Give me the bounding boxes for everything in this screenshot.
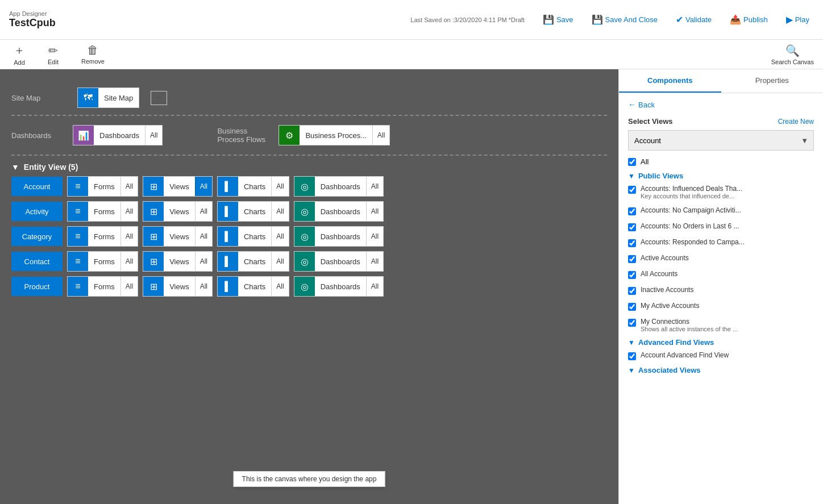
view-checkbox[interactable] [628,255,636,263]
view-checkbox[interactable] [628,271,636,279]
forms-label: Forms [88,232,120,241]
entity-contact-button[interactable]: Contact [11,252,63,271]
associated-views-label: Associated Views [638,366,701,374]
charts-all[interactable]: All [271,177,288,196]
save-close-button[interactable]: 💾 Save And Close [587,12,663,27]
entity-account-dashboards-component[interactable]: ◎DashboardsAll [294,176,384,197]
dashboards-all[interactable]: All [366,277,383,296]
remove-button[interactable]: 🗑 Remove [77,41,109,67]
entity-view-chevron[interactable]: ▼ [11,163,19,172]
entity-account-charts-component[interactable]: ▌ChartsAll [217,176,289,197]
entity-contact-views-component[interactable]: ⊞ViewsAll [143,251,213,272]
site-map-edit-button[interactable]: ✏ [151,91,167,105]
dashboards-bpf-row: Dashboards 📊 Dashboards All Business Pro… [11,116,607,156]
charts-label: Charts [238,207,271,216]
forms-all[interactable]: All [120,177,138,196]
all-checkbox[interactable] [628,158,636,166]
view-checkbox[interactable] [628,287,636,295]
forms-all[interactable]: All [120,252,138,271]
associated-views-header[interactable]: ▼ Associated Views [628,366,814,374]
view-checkbox[interactable] [628,352,636,360]
view-checkbox[interactable] [628,303,636,311]
back-button[interactable]: ← Back [628,100,655,109]
forms-icon: ≡ [68,202,88,221]
dashboards-all[interactable]: All [145,126,162,145]
bpf-all[interactable]: All [372,126,389,145]
public-views-header[interactable]: ▼ Public Views [628,172,814,180]
entity-category-button[interactable]: Category [11,227,63,246]
entity-contact-charts-component[interactable]: ▌ChartsAll [217,251,289,272]
validate-button[interactable]: ✔ Validate [671,12,716,27]
account-dropdown[interactable]: Account Activity Category Contact Produc… [628,130,814,151]
entity-product-charts-component[interactable]: ▌ChartsAll [217,276,289,297]
forms-all[interactable]: All [120,277,138,296]
entity-category-views-component[interactable]: ⊞ViewsAll [143,226,213,247]
entity-product-forms-component[interactable]: ≡FormsAll [67,276,138,297]
view-checkbox[interactable] [628,319,636,327]
entity-product-views-component[interactable]: ⊞ViewsAll [143,276,213,297]
tab-components[interactable]: Components [619,69,721,93]
entity-contact-forms-component[interactable]: ≡FormsAll [67,251,138,272]
forms-all[interactable]: All [120,227,138,246]
tab-properties[interactable]: Properties [721,69,824,93]
search-icon: 🔍 [785,44,800,57]
entity-view-header: ▼ Entity View (5) [11,156,607,176]
dashboards-label: Dashboards [11,131,68,140]
search-canvas-area[interactable]: 🔍 Search Canvas [771,44,814,65]
views-icon: ⊞ [143,227,164,246]
entity-components: ≡FormsAll⊞ViewsAll▌ChartsAll◎DashboardsA… [67,251,384,272]
dashboards-all[interactable]: All [366,252,383,271]
view-checkbox[interactable] [628,186,636,194]
entity-category-dashboards-component[interactable]: ◎DashboardsAll [294,226,384,247]
dashboards-all[interactable]: All [366,177,383,196]
views-label: Views [164,182,194,191]
views-all[interactable]: All [195,202,212,221]
bpf-component[interactable]: ⚙ Business Proces... All [279,125,390,145]
entity-activity-views-component[interactable]: ⊞ViewsAll [143,201,213,222]
publish-icon: 📤 [730,14,741,25]
entity-account-button[interactable]: Account [11,177,63,196]
entity-account-forms-component[interactable]: ≡FormsAll [67,176,138,197]
entity-activity-charts-component[interactable]: ▌ChartsAll [217,201,289,222]
add-button[interactable]: ＋ Add [9,40,30,68]
charts-all[interactable]: All [271,277,288,296]
view-checkbox[interactable] [628,239,636,247]
edit-icon: ✏ [48,44,58,57]
edit-button[interactable]: ✏ Edit [43,41,63,68]
entity-product-dashboards-component[interactable]: ◎DashboardsAll [294,276,384,297]
advanced-find-views-header[interactable]: ▼ Advanced Find Views [628,338,814,347]
view-checkbox[interactable] [628,207,636,215]
entity-contact-dashboards-component[interactable]: ◎DashboardsAll [294,251,384,272]
charts-all[interactable]: All [271,202,288,221]
view-item: My Active Accounts [628,301,814,312]
charts-all[interactable]: All [271,227,288,246]
dashboards-component[interactable]: 📊 Dashboards All [73,125,163,145]
dashboards-all[interactable]: All [366,227,383,246]
forms-all[interactable]: All [120,202,138,221]
create-new-link[interactable]: Create New [778,118,814,126]
views-all[interactable]: All [195,252,212,271]
entity-rows-container: Account≡FormsAll⊞ViewsAll▌ChartsAll◎Dash… [11,176,607,297]
play-button[interactable]: ▶ Play [782,12,814,27]
bpf-section: Business Process Flows ⚙ Business Proces… [217,125,390,145]
charts-label: Charts [238,232,271,241]
entity-category-charts-component[interactable]: ▌ChartsAll [217,226,289,247]
views-all[interactable]: All [195,177,212,196]
entity-activity-forms-component[interactable]: ≡FormsAll [67,201,138,222]
entity-row: Activity≡FormsAll⊞ViewsAll▌ChartsAll◎Das… [11,201,607,222]
entity-category-forms-component[interactable]: ≡FormsAll [67,226,138,247]
view-checkbox[interactable] [628,223,636,231]
charts-all[interactable]: All [271,252,288,271]
entity-product-button[interactable]: Product [11,277,63,296]
save-button[interactable]: 💾 Save [538,12,578,27]
dashboards-section: Dashboards 📊 Dashboards All [11,125,163,145]
views-icon: ⊞ [143,202,164,221]
entity-activity-dashboards-component[interactable]: ◎DashboardsAll [294,201,384,222]
dashboards-all[interactable]: All [366,202,383,221]
views-all[interactable]: All [195,227,212,246]
site-map-component[interactable]: 🗺 Site Map [77,88,139,108]
entity-activity-button[interactable]: Activity [11,202,63,221]
views-all[interactable]: All [195,277,212,296]
publish-button[interactable]: 📤 Publish [725,12,772,27]
entity-account-views-component[interactable]: ⊞ViewsAll [143,176,213,197]
